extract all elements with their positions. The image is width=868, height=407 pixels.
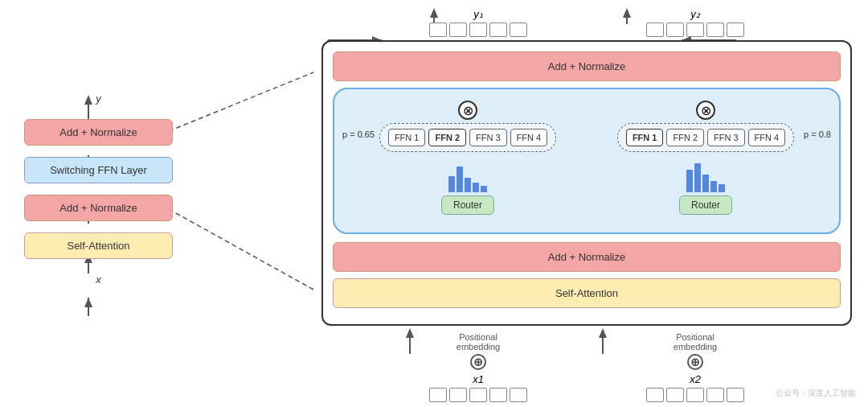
ffn2-right: FFN 2 xyxy=(666,129,704,146)
right-add-norm-top: Add + Normalize xyxy=(333,51,841,81)
bar-chart-right xyxy=(686,163,725,192)
x2-input-area: Positionalembedding ⊕ x2 Parameters xyxy=(646,332,744,407)
left-self-attention: Self-Attention xyxy=(24,232,173,259)
right-ffn-group: ⊗ FFN 1 FFN 2 FFN 3 FFN 4 xyxy=(617,101,794,215)
y2-grid xyxy=(646,23,744,37)
plus-circle-right: ⊕ xyxy=(687,354,703,370)
ffn4-left: FFN 4 xyxy=(510,129,548,146)
x2-grid xyxy=(646,388,744,402)
ffn3-left: FFN 3 xyxy=(469,129,507,146)
pos-embed-right: Positionalembedding xyxy=(674,332,717,352)
ffn2-left: FFN 2 xyxy=(428,129,466,146)
diagram-container: y Add + Normalize Switching FFN Layer Ad… xyxy=(0,0,868,407)
router-left: Router xyxy=(441,195,494,215)
y1-grid xyxy=(429,23,527,37)
x1-grid xyxy=(429,388,527,402)
right-add-norm-bottom: Add + Normalize xyxy=(333,242,841,272)
left-ffn-oval: FFN 1 FFN 2 FFN 3 FFN 4 xyxy=(379,123,556,152)
y2-output: y₂ xyxy=(646,8,744,37)
y1-output: y₁ xyxy=(429,8,527,37)
y1-label: y₁ xyxy=(473,8,483,20)
left-ffn-group: ⊗ FFN 1 FFN 2 FFN 3 FFN 4 xyxy=(379,101,556,215)
outer-box: Add + Normalize p = 0.65 p = 0.8 ⊗ xyxy=(321,40,852,326)
router-right: Router xyxy=(679,195,732,215)
svg-line-0 xyxy=(169,72,313,131)
watermark: 公众号：深度人工智能 xyxy=(776,388,856,399)
prob-right: p = 0.8 xyxy=(804,130,831,139)
left-add-norm-bottom: Add + Normalize xyxy=(24,195,173,221)
svg-line-1 xyxy=(169,209,313,290)
y2-label: y₂ xyxy=(690,8,700,20)
left-diagram: y Add + Normalize Switching FFN Layer Ad… xyxy=(24,92,173,286)
bar-chart-left xyxy=(448,163,487,192)
ffn3-right: FFN 3 xyxy=(707,129,745,146)
ffn1-right: FFN 1 xyxy=(626,129,664,146)
left-switching-ffn: Switching FFN Layer xyxy=(24,157,173,183)
otimes-left: ⊗ xyxy=(458,101,477,120)
pos-embed-left: Positionalembedding xyxy=(457,332,500,352)
x2-label: x2 xyxy=(690,373,701,385)
left-add-norm-top: Add + Normalize xyxy=(24,119,173,146)
prob-left: p = 0.65 xyxy=(342,130,375,139)
x-input-label: x xyxy=(24,273,173,286)
right-ffn-oval: FFN 1 FFN 2 FFN 3 FFN 4 xyxy=(617,123,794,152)
svg-marker-11 xyxy=(84,298,92,307)
y-output-label: y xyxy=(24,92,173,105)
right-self-attention: Self-Attention xyxy=(333,278,841,308)
otimes-right: ⊗ xyxy=(696,101,715,120)
inner-blue-box: p = 0.65 p = 0.8 ⊗ FFN 1 FFN 2 FFN xyxy=(333,88,841,234)
right-diagram: y₁ y₂ Add + Normalize p = 0.65 xyxy=(321,8,852,407)
ffn1-left: FFN 1 xyxy=(388,129,426,146)
x1-label: x1 xyxy=(473,373,484,385)
plus-circle-left: ⊕ xyxy=(470,354,486,370)
ffn4-right: FFN 4 xyxy=(748,129,786,146)
x1-input-area: Positionalembedding ⊕ x1 More xyxy=(429,332,527,407)
